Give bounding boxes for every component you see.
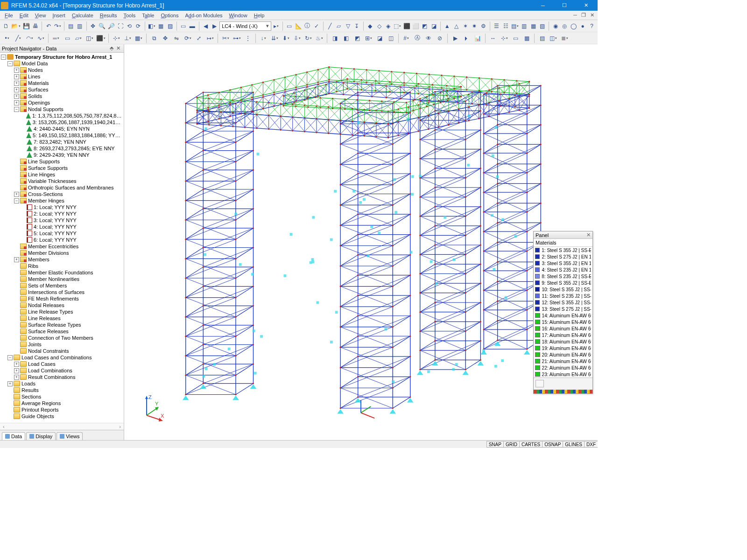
tree-item[interactable]: +Nodes bbox=[0, 67, 124, 73]
tree-item[interactable]: Surface Release Types bbox=[0, 322, 124, 328]
grid2-button[interactable]: ▦ bbox=[521, 33, 532, 43]
load-m-button[interactable]: ↻ bbox=[303, 33, 313, 43]
tree-item[interactable]: −Member Hinges bbox=[0, 197, 124, 204]
mdi-restore-icon[interactable]: ❐ bbox=[580, 12, 587, 18]
load-case-combo[interactable]: LC4 - Wind (-X) bbox=[219, 21, 271, 31]
view-plane-button[interactable]: ▦ bbox=[157, 21, 165, 31]
surface-button[interactable]: ▱ bbox=[73, 33, 84, 43]
render-solid-button[interactable]: ▬ bbox=[188, 21, 196, 31]
material-row[interactable]: 3: Steel S 355 J2 | EN 10 bbox=[534, 260, 592, 266]
materials-panel[interactable]: Panel ✕ Materials 1: Steel S 355 J2 | SS… bbox=[533, 231, 593, 394]
tool-b4-button[interactable]: ✷ bbox=[470, 21, 478, 31]
menu-file[interactable]: File bbox=[2, 12, 16, 19]
tree-item[interactable]: Line Hinges bbox=[0, 171, 124, 178]
split-button[interactable]: ✂ bbox=[220, 33, 231, 43]
tool-b1-button[interactable]: ▲ bbox=[443, 21, 451, 31]
tree-item[interactable]: 1: 1,3,75,112,208,505,750,787,824,861,89… bbox=[0, 112, 124, 119]
wp-button[interactable]: ▭ bbox=[510, 33, 521, 43]
divide-button[interactable]: ⋮ bbox=[243, 33, 253, 43]
material-row[interactable]: 16: Aluminum EN-AW 60 bbox=[534, 325, 592, 332]
close-button[interactable]: ✕ bbox=[575, 0, 597, 11]
material-row[interactable]: 23: Aluminum EN-AW 60 bbox=[534, 371, 592, 378]
tool-a2-button[interactable]: ◇ bbox=[375, 21, 383, 31]
menu-options[interactable]: Options bbox=[158, 12, 181, 19]
connect-button[interactable]: ⊶ bbox=[232, 33, 242, 43]
tree-item[interactable]: 3: 153,205,206,1887,1939,1940,2419-2428; bbox=[0, 119, 124, 126]
view-plane2-button[interactable]: ▨ bbox=[166, 21, 174, 31]
panel-close-icon[interactable]: ✕ bbox=[586, 232, 591, 238]
tab-data[interactable]: Data bbox=[2, 432, 25, 440]
tool-a3-button[interactable]: ◈ bbox=[384, 21, 392, 31]
tool-d1-button[interactable]: ◉ bbox=[551, 21, 559, 31]
nav-tree-button[interactable]: ▤ bbox=[67, 21, 75, 31]
undo-button[interactable]: ↶ bbox=[44, 21, 52, 31]
tool-a7-button[interactable]: ◩ bbox=[421, 21, 429, 31]
panel-button[interactable]: ◫ bbox=[548, 33, 558, 43]
tree-item[interactable]: Member Divisions bbox=[0, 250, 124, 256]
material-row[interactable]: 10: Steel S 355 J2 | SS-E bbox=[534, 286, 592, 293]
line-button[interactable]: ╱ bbox=[13, 33, 23, 43]
navigator-tree[interactable]: −Temporary Structure for Hobro Arrest_1−… bbox=[0, 53, 124, 423]
calc-button[interactable]: ▶ bbox=[450, 33, 460, 43]
tree-item[interactable]: Guide Objects bbox=[0, 413, 124, 420]
material-row[interactable]: 18: Aluminum EN-AW 60 bbox=[534, 338, 592, 345]
material-row[interactable]: 8: Steel S 235 J2 | SS-EN bbox=[534, 273, 592, 280]
tree-item[interactable]: Sets of Members bbox=[0, 282, 124, 289]
status-osnap[interactable]: OSNAP bbox=[542, 441, 563, 448]
number-button[interactable]: # bbox=[401, 33, 411, 43]
layers-button[interactable]: ≣ bbox=[559, 33, 570, 43]
load-s-button[interactable]: ⬇ bbox=[281, 33, 291, 43]
tree-item[interactable]: Printout Reports bbox=[0, 406, 124, 413]
tree-item[interactable]: Nodal Releases bbox=[0, 302, 124, 308]
tab-display[interactable]: Display bbox=[26, 432, 56, 440]
tree-item[interactable]: +Loads bbox=[0, 380, 124, 387]
menu-help[interactable]: Help bbox=[251, 12, 268, 19]
tree-item[interactable]: +Members bbox=[0, 256, 124, 263]
tree-item[interactable]: Results bbox=[0, 387, 124, 393]
nav-views-button[interactable]: ▥ bbox=[76, 21, 84, 31]
tree-item[interactable]: Ribs bbox=[0, 263, 124, 269]
tree-item[interactable]: Sections bbox=[0, 393, 124, 400]
tool-d3-button[interactable]: ◯ bbox=[570, 21, 578, 31]
grid-button[interactable]: ▦ bbox=[134, 33, 144, 43]
tree-item[interactable]: 5: 149,150,152,1883,1884,1886; YYE NNY bbox=[0, 132, 124, 139]
tool-info-button[interactable]: ⓘ bbox=[303, 21, 311, 31]
save-button[interactable]: 💾 bbox=[22, 21, 30, 31]
mirror-button[interactable]: ⇋ bbox=[171, 33, 182, 43]
tool-select-button[interactable]: ▭ bbox=[285, 21, 293, 31]
tree-item[interactable]: FE Mesh Refinements bbox=[0, 295, 124, 302]
tree-item[interactable]: Member Elastic Foundations bbox=[0, 269, 124, 276]
tree-item[interactable]: 3: Local; YYY NYY bbox=[0, 217, 124, 224]
tree-item[interactable]: 7: 823,2482; YEN NNY bbox=[0, 139, 124, 145]
print-button[interactable]: 🖶 bbox=[31, 21, 39, 31]
menu-view[interactable]: View bbox=[32, 12, 49, 19]
load-n-button[interactable]: ↓ bbox=[258, 33, 268, 43]
tree-item[interactable]: +Load Cases bbox=[0, 361, 124, 367]
tool-measure-button[interactable]: 📐 bbox=[294, 21, 302, 31]
tool-c3-button[interactable]: ▤ bbox=[511, 21, 519, 31]
tab-views[interactable]: Views bbox=[56, 432, 83, 440]
tool-load-button[interactable]: ↧ bbox=[353, 21, 361, 31]
calc-all-button[interactable]: ⏵ bbox=[461, 33, 472, 43]
material-row[interactable]: 19: Aluminum EN-AW 60 bbox=[534, 345, 592, 351]
navigator-close-icon[interactable]: ✕ bbox=[115, 45, 122, 51]
status-snap[interactable]: SNAP bbox=[486, 441, 504, 448]
tree-item[interactable]: 4: 2440-2445; EYN NYN bbox=[0, 126, 124, 132]
tool-a5-button[interactable]: ⬛ bbox=[402, 21, 410, 31]
sel-cross-button[interactable]: ◩ bbox=[352, 33, 362, 43]
menu-window[interactable]: Window bbox=[226, 12, 250, 19]
material-row[interactable]: 15: Aluminum EN-AW 60 bbox=[534, 319, 592, 325]
tree-item[interactable]: 1: Local; YYY NYY bbox=[0, 204, 124, 210]
mdi-close-icon[interactable]: ✕ bbox=[588, 12, 596, 18]
maximize-button[interactable]: ☐ bbox=[554, 0, 575, 11]
tree-item[interactable]: −Nodal Supports bbox=[0, 106, 124, 112]
tree-item[interactable]: 6: Local; YYY NYY bbox=[0, 237, 124, 243]
status-dxf[interactable]: DXF bbox=[584, 441, 598, 448]
tree-item[interactable]: +Materials bbox=[0, 80, 124, 86]
redo-button[interactable]: ↷ bbox=[54, 21, 62, 31]
material-row[interactable]: 13: Steel S 275 J2 | SS-E bbox=[534, 306, 592, 312]
tree-item[interactable]: Variable Thicknesses bbox=[0, 178, 124, 184]
tree-item[interactable]: −Load Cases and Combinations bbox=[0, 354, 124, 361]
open-file-button[interactable]: 📂 bbox=[11, 21, 21, 31]
zoom-pan-button[interactable]: ✥ bbox=[89, 21, 97, 31]
